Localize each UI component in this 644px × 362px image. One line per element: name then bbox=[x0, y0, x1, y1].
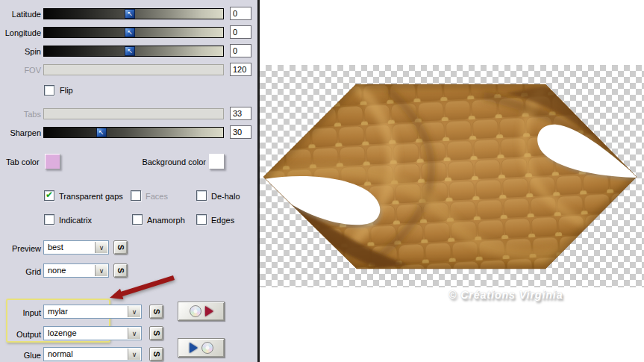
fov-slider bbox=[43, 64, 224, 75]
input-dropdown-label: Input bbox=[0, 308, 41, 317]
edges-checkbox[interactable] bbox=[196, 214, 207, 225]
tab-color-label: Tab color bbox=[6, 157, 40, 166]
slider-marker-icon[interactable] bbox=[96, 128, 107, 137]
tabs-input[interactable] bbox=[230, 107, 251, 120]
fov-label: FOV bbox=[0, 66, 41, 75]
chevron-down-icon[interactable] bbox=[128, 328, 140, 339]
longitude-slider[interactable] bbox=[43, 27, 224, 38]
de-halo-label: De-halo bbox=[211, 192, 240, 201]
s-button-glyph: S bbox=[150, 309, 163, 314]
output-dropdown-value: lozenge bbox=[48, 328, 77, 337]
flip-checkbox[interactable] bbox=[44, 85, 54, 96]
sharpen-slider[interactable] bbox=[43, 127, 224, 138]
save-settings-button[interactable] bbox=[178, 302, 225, 321]
copyright-watermark: © Créations Virginia bbox=[448, 289, 613, 301]
s-button-glyph: S bbox=[114, 245, 127, 250]
preview-s-button[interactable]: S bbox=[113, 240, 128, 255]
longitude-input[interactable] bbox=[230, 25, 251, 39]
spin-input[interactable] bbox=[230, 44, 251, 57]
slider-marker-icon[interactable] bbox=[125, 28, 135, 37]
tabs-slider bbox=[43, 108, 224, 119]
s-button-glyph: S bbox=[150, 331, 163, 336]
anamorph-checkbox[interactable] bbox=[132, 214, 143, 225]
glue-s-button[interactable]: S bbox=[149, 347, 163, 361]
input-s-button[interactable]: S bbox=[149, 305, 163, 319]
tabs-label: Tabs bbox=[0, 110, 41, 119]
de-halo-checkbox[interactable] bbox=[196, 190, 207, 201]
preview-dropdown-value: best bbox=[48, 243, 63, 252]
slider-marker-icon[interactable] bbox=[125, 9, 135, 19]
anamorph-label: Anamorph bbox=[147, 216, 185, 225]
latitude-input[interactable] bbox=[230, 7, 251, 20]
lozenge-artwork bbox=[260, 0, 644, 362]
play-right-red-icon bbox=[205, 306, 213, 316]
faces-checkbox bbox=[131, 190, 141, 201]
flip-label: Flip bbox=[60, 86, 73, 95]
indicatrix-label: Indicatrix bbox=[59, 216, 92, 225]
output-dropdown[interactable]: lozenge bbox=[43, 326, 142, 340]
output-s-button[interactable]: S bbox=[149, 326, 163, 340]
latitude-slider[interactable] bbox=[43, 8, 224, 19]
background-color-swatch[interactable] bbox=[209, 154, 225, 169]
cd-icon bbox=[201, 342, 213, 354]
spin-label: Spin bbox=[0, 47, 41, 56]
slider-marker-icon[interactable] bbox=[125, 46, 135, 56]
longitude-label: Longitude bbox=[0, 28, 41, 37]
load-settings-button[interactable] bbox=[178, 338, 225, 358]
glue-dropdown-label: Glue bbox=[0, 351, 41, 360]
indicatrix-checkbox[interactable] bbox=[44, 214, 54, 225]
background-color-label: Background color bbox=[112, 157, 206, 166]
grid-dropdown-label: Grid bbox=[0, 267, 41, 276]
edges-label: Edges bbox=[211, 216, 234, 225]
control-panel: Latitude Longitude Spin FOV Flip Tabs Sh… bbox=[0, 0, 257, 362]
sharpen-input[interactable] bbox=[230, 125, 251, 139]
cd-icon bbox=[190, 305, 201, 317]
grid-dropdown[interactable]: none bbox=[43, 263, 109, 278]
input-dropdown[interactable]: mylar bbox=[43, 305, 142, 319]
glue-dropdown-value: normal bbox=[48, 349, 73, 358]
glue-dropdown[interactable]: normal bbox=[43, 347, 142, 361]
annotation-arrow-icon bbox=[104, 273, 179, 305]
grid-dropdown-value: none bbox=[48, 266, 66, 275]
chevron-down-icon[interactable] bbox=[95, 242, 107, 253]
image-preview-pane: © Créations Virginia bbox=[260, 0, 644, 362]
chevron-down-icon[interactable] bbox=[128, 349, 140, 360]
preview-dropdown[interactable]: best bbox=[43, 240, 109, 255]
output-dropdown-label: Output bbox=[0, 330, 41, 339]
transparent-gaps-label: Transparent gaps bbox=[59, 192, 123, 201]
faces-label: Faces bbox=[146, 192, 168, 201]
check-icon bbox=[46, 190, 53, 200]
flexify-plugin-window: Latitude Longitude Spin FOV Flip Tabs Sh… bbox=[0, 0, 644, 362]
preview-dropdown-label: Preview bbox=[0, 244, 41, 253]
play-right-blue-icon bbox=[190, 343, 198, 353]
tab-color-swatch[interactable] bbox=[45, 154, 60, 169]
chevron-down-icon[interactable] bbox=[128, 306, 140, 317]
transparent-gaps-checkbox[interactable] bbox=[44, 190, 54, 201]
fov-input[interactable] bbox=[230, 63, 251, 76]
latitude-label: Latitude bbox=[0, 10, 41, 19]
sharpen-label: Sharpen bbox=[0, 128, 41, 137]
s-button-glyph: S bbox=[150, 352, 163, 357]
input-dropdown-value: mylar bbox=[48, 307, 68, 316]
spin-slider[interactable] bbox=[43, 46, 224, 57]
